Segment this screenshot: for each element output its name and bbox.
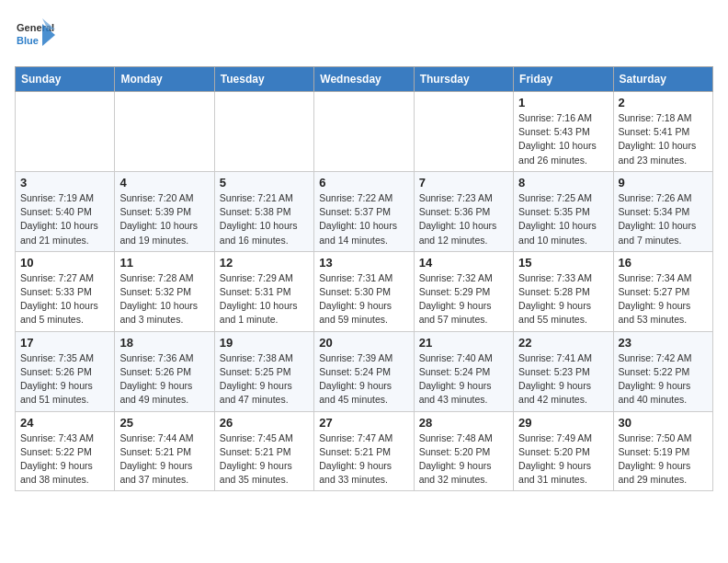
day-info: Sunrise: 7:45 AMSunset: 5:21 PMDaylight:… bbox=[220, 431, 309, 488]
day-info: Sunrise: 7:29 AMSunset: 5:31 PMDaylight:… bbox=[220, 271, 309, 327]
calendar-cell bbox=[314, 92, 414, 172]
day-number: 24 bbox=[20, 416, 109, 430]
calendar-cell: 13Sunrise: 7:31 AMSunset: 5:30 PMDayligh… bbox=[314, 251, 414, 331]
day-info: Sunrise: 7:22 AMSunset: 5:37 PMDaylight:… bbox=[319, 191, 408, 247]
calendar-cell: 23Sunrise: 7:42 AMSunset: 5:22 PMDayligh… bbox=[613, 331, 712, 411]
calendar-cell: 7Sunrise: 7:23 AMSunset: 5:36 PMDaylight… bbox=[414, 171, 513, 251]
day-info: Sunrise: 7:23 AMSunset: 5:36 PMDaylight:… bbox=[419, 191, 508, 247]
day-number: 11 bbox=[119, 256, 209, 270]
day-number: 20 bbox=[319, 336, 408, 350]
calendar-cell: 9Sunrise: 7:26 AMSunset: 5:34 PMDaylight… bbox=[613, 171, 712, 251]
calendar-table: SundayMondayTuesdayWednesdayThursdayFrid… bbox=[15, 66, 713, 491]
calendar-cell: 29Sunrise: 7:49 AMSunset: 5:20 PMDayligh… bbox=[514, 411, 613, 491]
calendar-cell: 5Sunrise: 7:21 AMSunset: 5:38 PMDaylight… bbox=[214, 171, 313, 251]
weekday-header: Tuesday bbox=[214, 67, 313, 92]
calendar-week-row: 10Sunrise: 7:27 AMSunset: 5:33 PMDayligh… bbox=[16, 251, 713, 331]
day-info: Sunrise: 7:26 AMSunset: 5:34 PMDaylight:… bbox=[619, 191, 708, 247]
weekday-header: Wednesday bbox=[314, 67, 414, 92]
calendar-cell: 3Sunrise: 7:19 AMSunset: 5:40 PMDaylight… bbox=[16, 171, 115, 251]
calendar-cell: 6Sunrise: 7:22 AMSunset: 5:37 PMDaylight… bbox=[314, 171, 414, 251]
day-info: Sunrise: 7:18 AMSunset: 5:41 PMDaylight:… bbox=[619, 111, 708, 167]
calendar-cell: 4Sunrise: 7:20 AMSunset: 5:39 PMDaylight… bbox=[115, 171, 214, 251]
calendar-cell: 26Sunrise: 7:45 AMSunset: 5:21 PMDayligh… bbox=[214, 411, 313, 491]
calendar-cell bbox=[214, 92, 313, 172]
day-info: Sunrise: 7:32 AMSunset: 5:29 PMDaylight:… bbox=[419, 271, 508, 327]
calendar-cell: 10Sunrise: 7:27 AMSunset: 5:33 PMDayligh… bbox=[16, 251, 115, 331]
calendar-cell bbox=[414, 92, 513, 172]
day-info: Sunrise: 7:36 AMSunset: 5:26 PMDaylight:… bbox=[119, 351, 209, 408]
weekday-header: Monday bbox=[115, 67, 214, 92]
day-info: Sunrise: 7:39 AMSunset: 5:24 PMDaylight:… bbox=[319, 351, 408, 408]
day-number: 25 bbox=[119, 416, 209, 430]
day-number: 14 bbox=[419, 256, 508, 270]
weekday-header: Thursday bbox=[414, 67, 513, 92]
day-info: Sunrise: 7:34 AMSunset: 5:27 PMDaylight:… bbox=[619, 271, 708, 327]
day-number: 23 bbox=[619, 336, 708, 350]
day-number: 21 bbox=[419, 336, 508, 350]
calendar-week-row: 1Sunrise: 7:16 AMSunset: 5:43 PMDaylight… bbox=[16, 92, 713, 172]
day-number: 4 bbox=[119, 176, 209, 190]
day-info: Sunrise: 7:20 AMSunset: 5:39 PMDaylight:… bbox=[119, 191, 209, 247]
day-number: 30 bbox=[619, 416, 708, 430]
day-info: Sunrise: 7:49 AMSunset: 5:20 PMDaylight:… bbox=[518, 431, 608, 488]
calendar-cell: 14Sunrise: 7:32 AMSunset: 5:29 PMDayligh… bbox=[414, 251, 513, 331]
day-number: 22 bbox=[518, 336, 608, 350]
calendar-week-row: 3Sunrise: 7:19 AMSunset: 5:40 PMDaylight… bbox=[16, 171, 713, 251]
calendar-cell: 21Sunrise: 7:40 AMSunset: 5:24 PMDayligh… bbox=[414, 331, 513, 411]
day-number: 13 bbox=[319, 256, 408, 270]
calendar-cell bbox=[115, 92, 214, 172]
calendar-cell: 30Sunrise: 7:50 AMSunset: 5:19 PMDayligh… bbox=[613, 411, 712, 491]
calendar-week-row: 17Sunrise: 7:35 AMSunset: 5:26 PMDayligh… bbox=[16, 331, 713, 411]
day-info: Sunrise: 7:25 AMSunset: 5:35 PMDaylight:… bbox=[518, 191, 608, 247]
calendar-cell: 18Sunrise: 7:36 AMSunset: 5:26 PMDayligh… bbox=[115, 331, 214, 411]
calendar-cell: 27Sunrise: 7:47 AMSunset: 5:21 PMDayligh… bbox=[314, 411, 414, 491]
day-number: 26 bbox=[220, 416, 309, 430]
day-number: 8 bbox=[518, 176, 608, 190]
day-number: 15 bbox=[518, 256, 608, 270]
day-number: 10 bbox=[20, 256, 109, 270]
day-info: Sunrise: 7:43 AMSunset: 5:22 PMDaylight:… bbox=[20, 431, 109, 488]
calendar-cell: 12Sunrise: 7:29 AMSunset: 5:31 PMDayligh… bbox=[214, 251, 313, 331]
day-info: Sunrise: 7:38 AMSunset: 5:25 PMDaylight:… bbox=[220, 351, 309, 408]
day-number: 5 bbox=[220, 176, 309, 190]
calendar-cell: 19Sunrise: 7:38 AMSunset: 5:25 PMDayligh… bbox=[214, 331, 313, 411]
day-number: 9 bbox=[619, 176, 708, 190]
weekday-header: Sunday bbox=[16, 67, 115, 92]
day-info: Sunrise: 7:27 AMSunset: 5:33 PMDaylight:… bbox=[20, 271, 109, 327]
weekday-header: Saturday bbox=[613, 67, 712, 92]
calendar-cell: 17Sunrise: 7:35 AMSunset: 5:26 PMDayligh… bbox=[16, 331, 115, 411]
day-info: Sunrise: 7:35 AMSunset: 5:26 PMDaylight:… bbox=[20, 351, 109, 408]
day-number: 1 bbox=[518, 96, 608, 109]
day-info: Sunrise: 7:28 AMSunset: 5:32 PMDaylight:… bbox=[119, 271, 209, 327]
day-info: Sunrise: 7:44 AMSunset: 5:21 PMDaylight:… bbox=[119, 431, 209, 488]
calendar-cell bbox=[16, 92, 115, 172]
calendar-cell: 16Sunrise: 7:34 AMSunset: 5:27 PMDayligh… bbox=[613, 251, 712, 331]
calendar-header-row: SundayMondayTuesdayWednesdayThursdayFrid… bbox=[16, 67, 713, 92]
calendar-cell: 20Sunrise: 7:39 AMSunset: 5:24 PMDayligh… bbox=[314, 331, 414, 411]
calendar-cell: 24Sunrise: 7:43 AMSunset: 5:22 PMDayligh… bbox=[16, 411, 115, 491]
day-info: Sunrise: 7:41 AMSunset: 5:23 PMDaylight:… bbox=[518, 351, 608, 408]
day-info: Sunrise: 7:40 AMSunset: 5:24 PMDaylight:… bbox=[419, 351, 508, 408]
logo: General Blue bbox=[15, 15, 55, 55]
calendar-cell: 8Sunrise: 7:25 AMSunset: 5:35 PMDaylight… bbox=[514, 171, 613, 251]
calendar-cell: 2Sunrise: 7:18 AMSunset: 5:41 PMDaylight… bbox=[613, 92, 712, 172]
day-info: Sunrise: 7:48 AMSunset: 5:20 PMDaylight:… bbox=[419, 431, 508, 488]
calendar-week-row: 24Sunrise: 7:43 AMSunset: 5:22 PMDayligh… bbox=[16, 411, 713, 491]
day-info: Sunrise: 7:33 AMSunset: 5:28 PMDaylight:… bbox=[518, 271, 608, 327]
calendar-cell: 28Sunrise: 7:48 AMSunset: 5:20 PMDayligh… bbox=[414, 411, 513, 491]
day-number: 17 bbox=[20, 336, 109, 350]
day-number: 12 bbox=[220, 256, 309, 270]
calendar-cell: 1Sunrise: 7:16 AMSunset: 5:43 PMDaylight… bbox=[514, 92, 613, 172]
page-header: General Blue bbox=[15, 15, 713, 55]
day-number: 6 bbox=[319, 176, 408, 190]
day-number: 28 bbox=[419, 416, 508, 430]
day-info: Sunrise: 7:47 AMSunset: 5:21 PMDaylight:… bbox=[319, 431, 408, 488]
calendar-cell: 11Sunrise: 7:28 AMSunset: 5:32 PMDayligh… bbox=[115, 251, 214, 331]
calendar-cell: 22Sunrise: 7:41 AMSunset: 5:23 PMDayligh… bbox=[514, 331, 613, 411]
weekday-header: Friday bbox=[514, 67, 613, 92]
day-number: 27 bbox=[319, 416, 408, 430]
day-info: Sunrise: 7:42 AMSunset: 5:22 PMDaylight:… bbox=[619, 351, 708, 408]
day-number: 19 bbox=[220, 336, 309, 350]
day-number: 29 bbox=[518, 416, 608, 430]
day-info: Sunrise: 7:21 AMSunset: 5:38 PMDaylight:… bbox=[220, 191, 309, 247]
